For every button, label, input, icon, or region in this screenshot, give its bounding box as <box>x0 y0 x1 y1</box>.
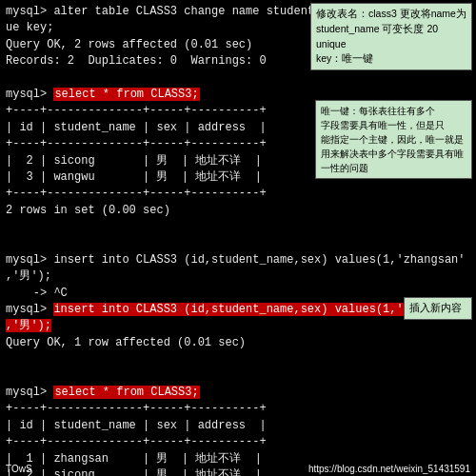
prompt-6a: mysql> <box>6 88 53 101</box>
cmd-select-2: select * from CLASS3; <box>53 386 199 399</box>
insert-line-3: -> ^C <box>6 286 470 302</box>
table2-sep-1: +----+--------------+-----+----------+ <box>6 401 470 417</box>
cmd-select-1: select * from CLASS3; <box>53 88 199 101</box>
annotation-2: 唯一键：每张表往往有多个字段需要具有唯一性，但是只能指定一个主键，因此，唯一就是… <box>315 100 472 179</box>
terminal: mysql> alter table CLASS3 change name st… <box>0 0 476 476</box>
insert-highlight-1: mysql> insert into CLASS3 (id,student_na… <box>6 302 470 318</box>
blank-3 <box>6 235 470 251</box>
select-2: mysql> select * from CLASS3; <box>6 385 470 401</box>
annotation-3: 插入新内容 <box>404 297 472 320</box>
url-bar: https://blog.csdn.net/weixin_51431591 <box>308 464 470 474</box>
insert-cmd-cont: ,'男'); <box>6 319 51 332</box>
blank-2 <box>6 219 470 235</box>
blank-5 <box>6 368 470 385</box>
insert-line-1: mysql> insert into CLASS3 (id,student_na… <box>6 252 470 268</box>
ok-1: Query OK, 2 rows affected (0.01 sec) <box>6 38 252 51</box>
annotation-1: 修改表名：class3 更改将name为student_name 可变长度 20… <box>310 3 472 70</box>
tows-label: TOwS <box>6 464 32 474</box>
table-sep-3: +----+--------------+-----+----------+ <box>6 186 470 202</box>
blank-4 <box>6 351 470 367</box>
insert-ok: Query OK, 1 row affected (0.01 sec) <box>6 335 470 351</box>
ok-2: Records: 2 Duplicates: 0 Warnings: 0 <box>6 54 267 68</box>
insert-line-2: ,'男'); <box>6 268 470 285</box>
table2-header: | id | student_name | sex | address | <box>6 418 470 434</box>
line-blank-1 <box>6 70 470 87</box>
rows-count-1: 2 rows in set (0.00 sec) <box>6 203 470 219</box>
prompt-2: ue key; <box>6 21 53 34</box>
table2-sep-2: +----+--------------+-----+----------+ <box>6 434 470 450</box>
insert-highlight-2: ,'男'); <box>6 318 470 334</box>
